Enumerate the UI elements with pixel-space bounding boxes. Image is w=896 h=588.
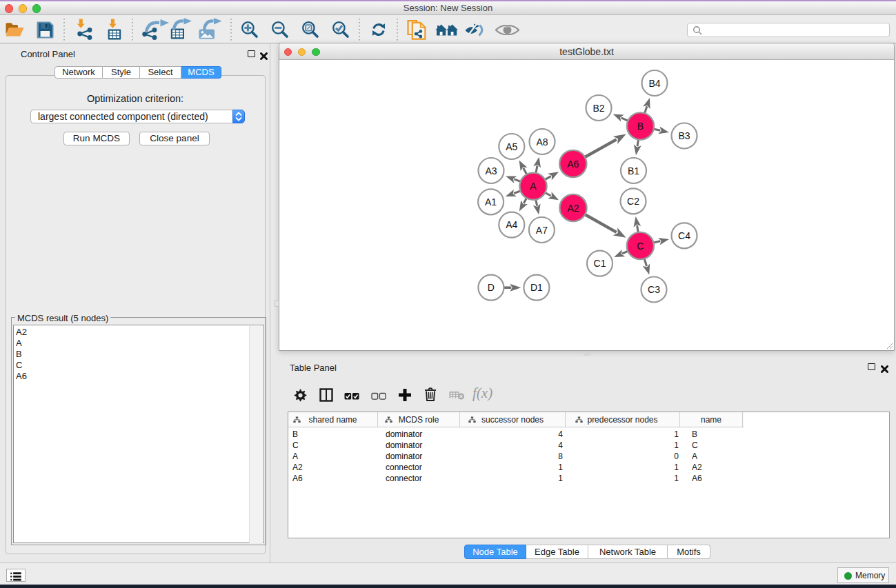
svg-text:B2: B2 <box>593 103 604 114</box>
svg-text:A8: A8 <box>536 136 548 148</box>
svg-text:B3: B3 <box>678 130 690 141</box>
svg-text:A6: A6 <box>567 159 579 170</box>
svg-text:C3: C3 <box>648 284 660 295</box>
svg-text:B4: B4 <box>648 78 660 89</box>
svg-text:A7: A7 <box>536 225 548 236</box>
svg-text:A1: A1 <box>485 196 497 207</box>
svg-text:A2: A2 <box>567 203 579 214</box>
svg-text:D: D <box>488 282 495 293</box>
svg-text:C1: C1 <box>594 258 606 269</box>
svg-text:C4: C4 <box>678 230 690 241</box>
svg-text:B1: B1 <box>628 165 639 176</box>
svg-text:A3: A3 <box>485 165 497 176</box>
svg-text:C: C <box>637 241 644 252</box>
svg-text:A: A <box>530 181 537 192</box>
svg-text:C2: C2 <box>627 196 639 207</box>
svg-text:A4: A4 <box>506 219 517 230</box>
svg-text:D1: D1 <box>530 282 543 293</box>
svg-text:B: B <box>637 121 644 132</box>
svg-text:A5: A5 <box>506 141 517 152</box>
